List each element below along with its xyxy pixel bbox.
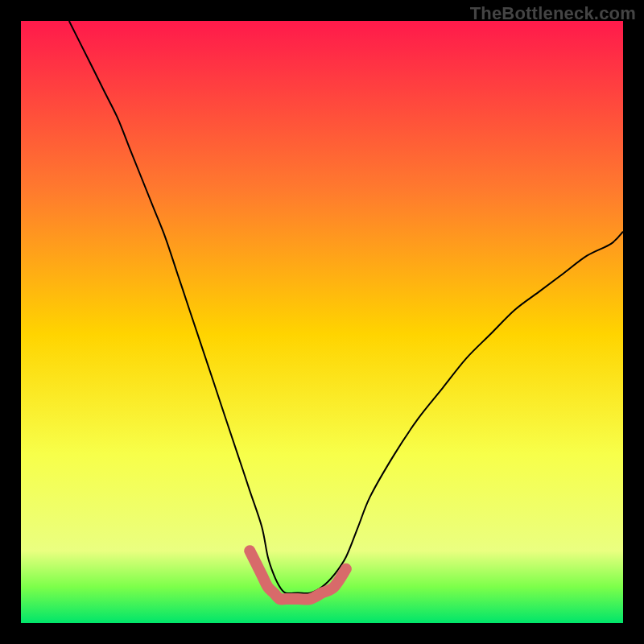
watermark-text: TheBottleneck.com [470,3,636,24]
chart-canvas [0,0,644,644]
gradient-background [21,21,623,623]
plot-area [21,21,623,623]
chart-frame: TheBottleneck.com [0,0,644,644]
